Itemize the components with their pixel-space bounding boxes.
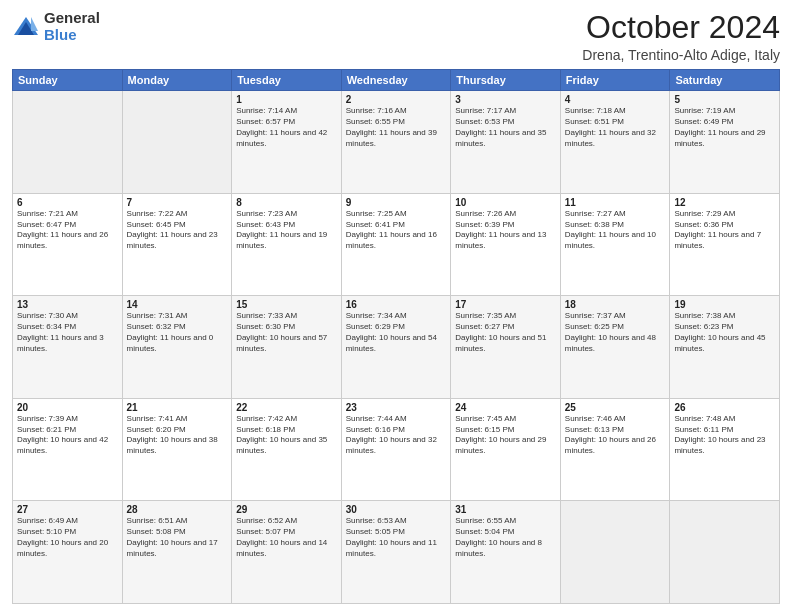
day-info: Sunrise: 7:23 AMSunset: 6:43 PMDaylight:…	[236, 209, 337, 252]
calendar-cell: 1Sunrise: 7:14 AMSunset: 6:57 PMDaylight…	[232, 91, 342, 194]
day-info: Sunrise: 7:37 AMSunset: 6:25 PMDaylight:…	[565, 311, 666, 354]
week-row-1: 1Sunrise: 7:14 AMSunset: 6:57 PMDaylight…	[13, 91, 780, 194]
calendar-cell: 21Sunrise: 7:41 AMSunset: 6:20 PMDayligh…	[122, 398, 232, 501]
calendar-cell: 26Sunrise: 7:48 AMSunset: 6:11 PMDayligh…	[670, 398, 780, 501]
day-info: Sunrise: 7:44 AMSunset: 6:16 PMDaylight:…	[346, 414, 447, 457]
calendar-header-row: Sunday Monday Tuesday Wednesday Thursday…	[13, 70, 780, 91]
day-number: 8	[236, 197, 337, 208]
logo-text: General Blue	[44, 10, 100, 43]
calendar-cell: 27Sunrise: 6:49 AMSunset: 5:10 PMDayligh…	[13, 501, 123, 604]
day-info: Sunrise: 6:49 AMSunset: 5:10 PMDaylight:…	[17, 516, 118, 559]
col-tuesday: Tuesday	[232, 70, 342, 91]
week-row-2: 6Sunrise: 7:21 AMSunset: 6:47 PMDaylight…	[13, 193, 780, 296]
calendar-cell: 2Sunrise: 7:16 AMSunset: 6:55 PMDaylight…	[341, 91, 451, 194]
calendar-cell: 24Sunrise: 7:45 AMSunset: 6:15 PMDayligh…	[451, 398, 561, 501]
day-info: Sunrise: 7:30 AMSunset: 6:34 PMDaylight:…	[17, 311, 118, 354]
logo-icon	[12, 13, 40, 41]
day-number: 6	[17, 197, 118, 208]
calendar-cell: 7Sunrise: 7:22 AMSunset: 6:45 PMDaylight…	[122, 193, 232, 296]
day-number: 2	[346, 94, 447, 105]
calendar-cell: 5Sunrise: 7:19 AMSunset: 6:49 PMDaylight…	[670, 91, 780, 194]
day-number: 14	[127, 299, 228, 310]
day-info: Sunrise: 7:21 AMSunset: 6:47 PMDaylight:…	[17, 209, 118, 252]
day-info: Sunrise: 7:41 AMSunset: 6:20 PMDaylight:…	[127, 414, 228, 457]
calendar-cell: 25Sunrise: 7:46 AMSunset: 6:13 PMDayligh…	[560, 398, 670, 501]
day-number: 17	[455, 299, 556, 310]
col-wednesday: Wednesday	[341, 70, 451, 91]
day-number: 24	[455, 402, 556, 413]
calendar-cell: 18Sunrise: 7:37 AMSunset: 6:25 PMDayligh…	[560, 296, 670, 399]
day-info: Sunrise: 7:14 AMSunset: 6:57 PMDaylight:…	[236, 106, 337, 149]
calendar-cell: 19Sunrise: 7:38 AMSunset: 6:23 PMDayligh…	[670, 296, 780, 399]
calendar-cell: 8Sunrise: 7:23 AMSunset: 6:43 PMDaylight…	[232, 193, 342, 296]
calendar-cell: 17Sunrise: 7:35 AMSunset: 6:27 PMDayligh…	[451, 296, 561, 399]
day-number: 11	[565, 197, 666, 208]
day-number: 10	[455, 197, 556, 208]
day-number: 15	[236, 299, 337, 310]
month-title: October 2024	[582, 10, 780, 45]
day-info: Sunrise: 7:22 AMSunset: 6:45 PMDaylight:…	[127, 209, 228, 252]
calendar-cell: 14Sunrise: 7:31 AMSunset: 6:32 PMDayligh…	[122, 296, 232, 399]
day-number: 3	[455, 94, 556, 105]
week-row-3: 13Sunrise: 7:30 AMSunset: 6:34 PMDayligh…	[13, 296, 780, 399]
day-number: 18	[565, 299, 666, 310]
day-info: Sunrise: 7:45 AMSunset: 6:15 PMDaylight:…	[455, 414, 556, 457]
col-friday: Friday	[560, 70, 670, 91]
location: Drena, Trentino-Alto Adige, Italy	[582, 47, 780, 63]
calendar-cell: 4Sunrise: 7:18 AMSunset: 6:51 PMDaylight…	[560, 91, 670, 194]
col-sunday: Sunday	[13, 70, 123, 91]
day-info: Sunrise: 7:31 AMSunset: 6:32 PMDaylight:…	[127, 311, 228, 354]
day-info: Sunrise: 7:34 AMSunset: 6:29 PMDaylight:…	[346, 311, 447, 354]
calendar-cell: 28Sunrise: 6:51 AMSunset: 5:08 PMDayligh…	[122, 501, 232, 604]
page: General Blue October 2024 Drena, Trentin…	[0, 0, 792, 612]
day-info: Sunrise: 7:19 AMSunset: 6:49 PMDaylight:…	[674, 106, 775, 149]
week-row-4: 20Sunrise: 7:39 AMSunset: 6:21 PMDayligh…	[13, 398, 780, 501]
day-number: 12	[674, 197, 775, 208]
day-info: Sunrise: 7:46 AMSunset: 6:13 PMDaylight:…	[565, 414, 666, 457]
day-number: 29	[236, 504, 337, 515]
day-number: 25	[565, 402, 666, 413]
day-number: 26	[674, 402, 775, 413]
day-info: Sunrise: 7:38 AMSunset: 6:23 PMDaylight:…	[674, 311, 775, 354]
day-info: Sunrise: 7:16 AMSunset: 6:55 PMDaylight:…	[346, 106, 447, 149]
calendar: Sunday Monday Tuesday Wednesday Thursday…	[12, 69, 780, 604]
day-number: 4	[565, 94, 666, 105]
day-number: 21	[127, 402, 228, 413]
day-info: Sunrise: 7:39 AMSunset: 6:21 PMDaylight:…	[17, 414, 118, 457]
day-info: Sunrise: 7:33 AMSunset: 6:30 PMDaylight:…	[236, 311, 337, 354]
calendar-cell	[670, 501, 780, 604]
calendar-cell: 30Sunrise: 6:53 AMSunset: 5:05 PMDayligh…	[341, 501, 451, 604]
title-block: October 2024 Drena, Trentino-Alto Adige,…	[582, 10, 780, 63]
logo-general-text: General	[44, 10, 100, 27]
calendar-cell	[13, 91, 123, 194]
day-info: Sunrise: 6:53 AMSunset: 5:05 PMDaylight:…	[346, 516, 447, 559]
calendar-cell: 15Sunrise: 7:33 AMSunset: 6:30 PMDayligh…	[232, 296, 342, 399]
calendar-cell: 11Sunrise: 7:27 AMSunset: 6:38 PMDayligh…	[560, 193, 670, 296]
logo: General Blue	[12, 10, 100, 43]
col-saturday: Saturday	[670, 70, 780, 91]
day-number: 27	[17, 504, 118, 515]
week-row-5: 27Sunrise: 6:49 AMSunset: 5:10 PMDayligh…	[13, 501, 780, 604]
day-number: 20	[17, 402, 118, 413]
calendar-cell: 16Sunrise: 7:34 AMSunset: 6:29 PMDayligh…	[341, 296, 451, 399]
day-number: 23	[346, 402, 447, 413]
day-number: 13	[17, 299, 118, 310]
calendar-cell: 22Sunrise: 7:42 AMSunset: 6:18 PMDayligh…	[232, 398, 342, 501]
day-number: 31	[455, 504, 556, 515]
calendar-cell: 9Sunrise: 7:25 AMSunset: 6:41 PMDaylight…	[341, 193, 451, 296]
calendar-cell: 31Sunrise: 6:55 AMSunset: 5:04 PMDayligh…	[451, 501, 561, 604]
day-info: Sunrise: 6:52 AMSunset: 5:07 PMDaylight:…	[236, 516, 337, 559]
calendar-cell: 20Sunrise: 7:39 AMSunset: 6:21 PMDayligh…	[13, 398, 123, 501]
day-number: 16	[346, 299, 447, 310]
day-info: Sunrise: 7:29 AMSunset: 6:36 PMDaylight:…	[674, 209, 775, 252]
calendar-cell: 29Sunrise: 6:52 AMSunset: 5:07 PMDayligh…	[232, 501, 342, 604]
day-number: 9	[346, 197, 447, 208]
day-info: Sunrise: 7:27 AMSunset: 6:38 PMDaylight:…	[565, 209, 666, 252]
day-number: 1	[236, 94, 337, 105]
day-info: Sunrise: 7:26 AMSunset: 6:39 PMDaylight:…	[455, 209, 556, 252]
day-info: Sunrise: 7:18 AMSunset: 6:51 PMDaylight:…	[565, 106, 666, 149]
logo-blue-text: Blue	[44, 27, 100, 44]
col-monday: Monday	[122, 70, 232, 91]
day-number: 5	[674, 94, 775, 105]
day-info: Sunrise: 7:17 AMSunset: 6:53 PMDaylight:…	[455, 106, 556, 149]
